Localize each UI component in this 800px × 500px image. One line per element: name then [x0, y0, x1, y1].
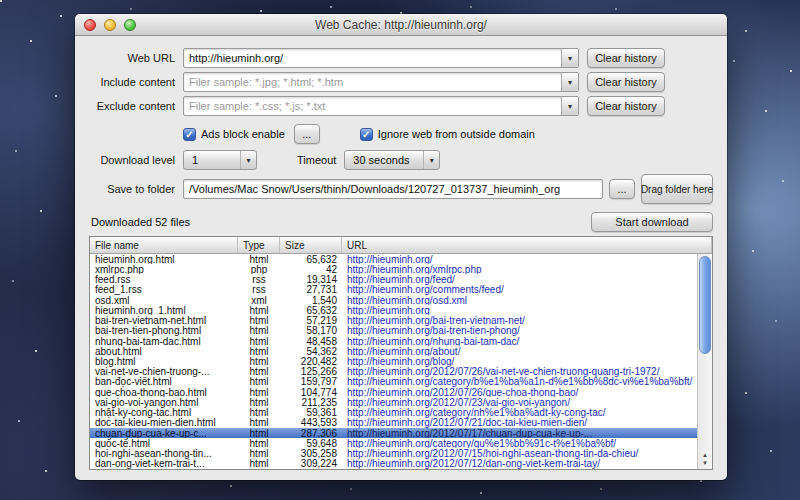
- column-header-type[interactable]: Type: [238, 237, 280, 253]
- scrollbar-arrows: ▲ ▼: [698, 451, 712, 467]
- exclude-clear-history-button[interactable]: Clear history: [587, 96, 665, 116]
- table-body-wrap: hieuminh.org.htmlhtml65,632http://hieumi…: [90, 254, 712, 469]
- chevron-down-glyph: ▾: [568, 78, 572, 87]
- file-size-cell: 211,235: [280, 397, 342, 407]
- file-url-cell: http://hieuminh.org/feed/: [342, 274, 697, 284]
- timeout-label: Timeout: [297, 154, 336, 166]
- checkmark-icon: ✓: [362, 129, 370, 140]
- file-url-cell: http://hieuminh.org/comments/feed/: [342, 285, 697, 295]
- file-type-cell: html: [238, 356, 280, 366]
- exclude-content-label: Exclude content: [89, 100, 175, 112]
- file-name-cell: nhật-ky-cong-tac.html: [90, 408, 238, 418]
- exclude-content-row: Exclude content ▾ Clear history: [89, 96, 713, 116]
- file-size-cell: 287,306: [280, 428, 342, 438]
- file-name-cell: chuan-dup-cua-ke-up-c...: [90, 428, 238, 438]
- minimize-window-button[interactable]: [104, 19, 116, 31]
- file-type-cell: xml: [238, 295, 280, 305]
- file-size-cell: 305,258: [280, 448, 342, 458]
- table-row[interactable]: feed_1.rssrss27,731http://hieuminh.org/c…: [90, 285, 697, 295]
- chevron-down-icon: ▾: [423, 151, 439, 169]
- table-scrollbar[interactable]: ▲ ▼: [697, 254, 712, 469]
- file-url-cell: http://hieuminh.org/2012/07/12/dan-ong-v…: [342, 459, 697, 469]
- ignore-outside-domain-checkbox[interactable]: ✓: [360, 128, 373, 141]
- table-row[interactable]: dan-ong-viet-kem-trai-t...html309,224htt…: [90, 459, 697, 469]
- file-type-cell: html: [238, 397, 280, 407]
- ignore-outside-domain-label: Ignore web from outside domain: [378, 128, 535, 140]
- file-size-cell: 19,314: [280, 274, 342, 284]
- close-window-button[interactable]: [84, 19, 96, 31]
- table-row[interactable]: que-choa-thong-bao.htmlhtml104,774http:/…: [90, 387, 697, 397]
- scroll-up-button[interactable]: ▲: [698, 451, 712, 459]
- file-name-cell: osd.xml: [90, 295, 238, 305]
- web-url-input[interactable]: [184, 49, 561, 67]
- column-header-url[interactable]: URL: [342, 237, 712, 253]
- file-type-cell: html: [238, 387, 280, 397]
- include-content-combobox: ▾: [183, 72, 579, 92]
- table-row[interactable]: hieuminh.org.htmlhtml65,632http://hieumi…: [90, 254, 697, 264]
- file-url-cell: http://hieuminh.org/2012/07/26/que-choa-…: [342, 387, 697, 397]
- checkbox-row: ✓ Ads block enable ... ✓ Ignore web from…: [89, 124, 713, 144]
- file-size-cell: 57,219: [280, 315, 342, 325]
- download-level-label: Download level: [89, 154, 175, 166]
- app-window: Web Cache: http://hieuminh.org/ Web URL …: [75, 14, 727, 480]
- web-url-clear-history-button[interactable]: Clear history: [587, 48, 665, 68]
- file-type-cell: html: [238, 367, 280, 377]
- zoom-window-button[interactable]: [124, 19, 136, 31]
- table-row[interactable]: nhật-ky-cong-tac.htmlhtml59,361http://hi…: [90, 408, 697, 418]
- scroll-down-button[interactable]: ▼: [698, 459, 712, 467]
- table-row[interactable]: osd.xmlxml1,540http://hieuminh.org/osd.x…: [90, 295, 697, 305]
- table-row[interactable]: bai-tren-tien-phong.htmlhtml58,170http:/…: [90, 326, 697, 336]
- column-header-size[interactable]: Size: [280, 237, 342, 253]
- save-folder-field: [183, 179, 603, 199]
- table-row[interactable]: hieuminh.org_1.htmlhtml65,632http://hieu…: [90, 305, 697, 315]
- table-row[interactable]: vai-net-ve-chien-truong-...html125,266ht…: [90, 367, 697, 377]
- table-row[interactable]: blog.htmlhtml220,482http://hieuminh.org/…: [90, 356, 697, 366]
- file-type-cell: html: [238, 315, 280, 325]
- titlebar[interactable]: Web Cache: http://hieuminh.org/: [75, 14, 727, 36]
- file-size-cell: 42: [280, 264, 342, 274]
- save-folder-label: Save to folder: [89, 183, 175, 195]
- file-name-cell: feed.rss: [90, 274, 238, 284]
- scrollbar-thumb[interactable]: [699, 256, 711, 354]
- file-url-cell: http://hieuminh.org/category/qu%e1%bb%91…: [342, 438, 697, 448]
- include-clear-history-button[interactable]: Clear history: [587, 72, 665, 92]
- file-name-cell: feed_1.rss: [90, 285, 238, 295]
- file-url-cell: http://hieuminh.org/bai-tren-vietnam-net…: [342, 315, 697, 325]
- chevron-down-icon[interactable]: ▾: [561, 97, 578, 115]
- browse-folder-button[interactable]: ...: [609, 179, 635, 199]
- exclude-content-input[interactable]: [184, 97, 561, 115]
- file-type-cell: html: [238, 438, 280, 448]
- table-row[interactable]: vai-gio-voi-yangon.htmlhtml211,235http:/…: [90, 397, 697, 407]
- table-row[interactable]: ban-đọc-viết.htmlhtml159,797http://hieum…: [90, 377, 697, 387]
- web-url-dropdown-button[interactable]: ▾: [561, 49, 578, 67]
- chevron-down-icon[interactable]: ▾: [561, 73, 578, 91]
- file-name-cell: hieuminh.org_1.html: [90, 305, 238, 315]
- table-row[interactable]: bai-tren-vietnam-net.htmlhtml57,219http:…: [90, 315, 697, 325]
- file-name-cell: about.html: [90, 346, 238, 356]
- download-level-select[interactable]: 1 ▾: [183, 150, 257, 170]
- drag-folder-here-button[interactable]: Drag folder here: [641, 174, 713, 204]
- file-url-cell: http://hieuminh.org: [342, 305, 697, 315]
- file-url-cell: http://hieuminh.org/blog/: [342, 356, 697, 366]
- file-size-cell: 54,362: [280, 346, 342, 356]
- include-content-input[interactable]: [184, 73, 561, 91]
- timeout-value: 30 seconds: [345, 151, 423, 169]
- table-row[interactable]: quốc-tế.htmlhtml59,648http://hieuminh.or…: [90, 438, 697, 448]
- table-row[interactable]: nhung-bai-tam-dac.htmlhtml48,458http://h…: [90, 336, 697, 346]
- file-name-cell: nhung-bai-tam-dac.html: [90, 336, 238, 346]
- table-row[interactable]: feed.rssrss19,314http://hieuminh.org/fee…: [90, 274, 697, 284]
- column-header-file-name[interactable]: File name: [90, 237, 238, 253]
- table-row[interactable]: hoi-nghi-asean-thong-tin...html305,258ht…: [90, 448, 697, 458]
- web-url-row: Web URL ▾ Clear history: [89, 48, 713, 68]
- ads-block-checkbox[interactable]: ✓: [183, 128, 196, 141]
- start-download-button[interactable]: Start download: [591, 212, 713, 232]
- chevron-down-glyph: ▾: [568, 102, 572, 111]
- ads-block-options-button[interactable]: ...: [294, 124, 320, 144]
- table-row[interactable]: about.htmlhtml54,362http://hieuminh.org/…: [90, 346, 697, 356]
- timeout-select[interactable]: 30 seconds ▾: [344, 150, 440, 170]
- save-folder-input[interactable]: [184, 180, 602, 198]
- table-row[interactable]: doc-tai-kieu-mien-dien.htmlhtml443,593ht…: [90, 418, 697, 428]
- file-url-cell: http://hieuminh.org/about/: [342, 346, 697, 356]
- table-row[interactable]: chuan-dup-cua-ke-up-c...html287,306http:…: [90, 428, 697, 438]
- table-row[interactable]: xmlrpc.phpphp42http://hieuminh.org/xmlrp…: [90, 264, 697, 274]
